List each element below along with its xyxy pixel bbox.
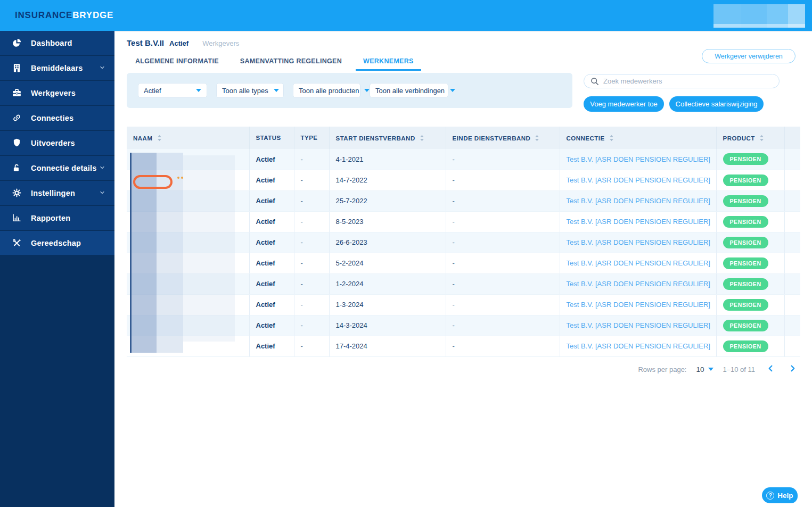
- logo-text-secondary: BRYDGE: [72, 10, 113, 21]
- connection-link[interactable]: Test B.V. [ASR DOEN PENSIOEN REGULIER]: [567, 259, 710, 267]
- cell-end-date: -: [446, 211, 560, 232]
- sidebar-item-instellingen[interactable]: Instellingen: [0, 181, 114, 205]
- cell-connection: Test B.V. [ASR DOEN PENSIOEN REGULIER]: [560, 336, 716, 356]
- sidebar-item-bemiddelaars[interactable]: Bemiddelaars: [0, 56, 114, 80]
- chevron-down-icon: [99, 189, 105, 197]
- tab-werknemers[interactable]: WERKNEMERS: [356, 56, 421, 71]
- column-header-product[interactable]: PRODUCT: [716, 127, 784, 149]
- add-employee-button[interactable]: Voeg medewerker toe: [584, 96, 664, 112]
- connection-link[interactable]: Test B.V. [ASR DOEN PENSIOEN REGULIER]: [567, 342, 710, 350]
- connection-link[interactable]: Test B.V. [ASR DOEN PENSIOEN REGULIER]: [567, 155, 710, 163]
- sidebar-item-label: Uitvoerders: [31, 139, 75, 147]
- cell-product: PENSIOEN: [716, 170, 784, 190]
- cell-end-date: -: [446, 190, 560, 211]
- tab-algemene-informatie[interactable]: ALGEMENE INFORMATIE: [128, 56, 226, 71]
- table-row[interactable]: Actief-8-5-2023-Test B.V. [ASR DOEN PENS…: [127, 211, 800, 232]
- topbar: INSURANCEBRYDGE: [0, 0, 812, 31]
- column-header-connectie[interactable]: CONNECTIE: [560, 127, 716, 149]
- sidebar-item-connecties[interactable]: Connecties: [0, 106, 114, 130]
- sidebar-item-connectie-details[interactable]: Connectie details: [0, 156, 114, 180]
- help-button[interactable]: ? Help: [762, 487, 798, 503]
- table-row[interactable]: Actief-4-1-2021-Test B.V. [ASR DOEN PENS…: [127, 149, 800, 170]
- connection-link[interactable]: Test B.V. [ASR DOEN PENSIOEN REGULIER]: [567, 197, 710, 205]
- cell-extra: [784, 190, 800, 211]
- table-row[interactable]: Actief-5-2-2024-Test B.V. [ASR DOEN PENS…: [127, 253, 800, 273]
- gear-icon: [11, 188, 22, 198]
- page-title: Test B.V.II: [127, 38, 164, 47]
- product-badge: PENSIOEN: [723, 257, 768, 269]
- status-badge: Actief: [169, 39, 188, 47]
- cell-name: [127, 253, 249, 273]
- tab-samenvatting-regelingen[interactable]: SAMENVATTING REGELINGEN: [233, 56, 349, 71]
- filter-types-dropdown[interactable]: Toon alle types: [216, 83, 284, 98]
- table-row[interactable]: Actief-25-7-2022-Test B.V. [ASR DOEN PEN…: [127, 190, 800, 211]
- sidebar-item-rapporten[interactable]: Rapporten: [0, 206, 114, 230]
- sidebar-item-gereedschap[interactable]: Gereedschap: [0, 231, 114, 255]
- table-row[interactable]: Actief-26-6-2023-Test B.V. [ASR DOEN PEN…: [127, 232, 800, 253]
- cell-name: [127, 273, 249, 294]
- connection-link[interactable]: Test B.V. [ASR DOEN PENSIOEN REGULIER]: [567, 218, 710, 226]
- cell-start-date: 25-7-2022: [329, 190, 446, 211]
- cell-start-date: 1-3-2024: [329, 294, 446, 315]
- connection-link[interactable]: Test B.V. [ASR DOEN PENSIOEN REGULIER]: [567, 176, 710, 184]
- column-header-label: CONNECTIE: [567, 135, 605, 142]
- cell-end-date: -: [446, 232, 560, 253]
- next-page-button[interactable]: [786, 363, 799, 375]
- cell-status: Actief: [249, 149, 294, 170]
- rows-per-page-select[interactable]: 10: [696, 365, 713, 373]
- connection-link[interactable]: Test B.V. [ASR DOEN PENSIOEN REGULIER]: [567, 280, 710, 288]
- cell-extra: [784, 294, 800, 315]
- cell-type: -: [294, 315, 329, 336]
- bar-chart-icon: [11, 213, 22, 223]
- cell-end-date: -: [446, 253, 560, 273]
- connection-link[interactable]: Test B.V. [ASR DOEN PENSIOEN REGULIER]: [567, 238, 710, 246]
- cell-type: -: [294, 253, 329, 273]
- sidebar-item-label: Connecties: [31, 114, 73, 122]
- cell-product: PENSIOEN: [716, 211, 784, 232]
- product-badge: PENSIOEN: [723, 320, 768, 331]
- search-icon: [590, 77, 599, 86]
- search-input[interactable]: [603, 77, 774, 85]
- sidebar-item-label: Rapporten: [31, 214, 70, 222]
- cell-connection: Test B.V. [ASR DOEN PENSIOEN REGULIER]: [560, 232, 716, 253]
- rows-per-page-value: 10: [696, 365, 704, 373]
- table-row[interactable]: Actief-17-4-2024-Test B.V. [ASR DOEN PEN…: [127, 336, 800, 356]
- breadcrumb[interactable]: Werkgevers: [202, 39, 239, 47]
- table-row[interactable]: Actief-14-3-2024-Test B.V. [ASR DOEN PEN…: [127, 315, 800, 336]
- cell-start-date: 8-5-2023: [329, 211, 446, 232]
- column-header-extra: [784, 127, 800, 149]
- chevron-left-icon: [767, 364, 775, 372]
- filter-status-dropdown[interactable]: Actief: [138, 83, 207, 98]
- column-header-label: PRODUCT: [723, 135, 755, 142]
- table-row[interactable]: Actief-1-3-2024-Test B.V. [ASR DOEN PENS…: [127, 294, 800, 315]
- product-badge: PENSIOEN: [723, 237, 768, 248]
- table-row[interactable]: Actief-14-7-2022-Test B.V. [ASR DOEN PEN…: [127, 170, 800, 190]
- sidebar-item-werkgevers[interactable]: Werkgevers: [0, 81, 114, 105]
- filter-connections-dropdown[interactable]: Toon alle verbindingen: [370, 83, 448, 98]
- table-row[interactable]: Actief-1-2-2024-Test B.V. [ASR DOEN PENS…: [127, 273, 800, 294]
- logo-text-primary: INSURANCE: [15, 10, 72, 21]
- cell-end-date: -: [446, 294, 560, 315]
- chevron-down-icon: [708, 368, 713, 371]
- cell-product: PENSIOEN: [716, 190, 784, 211]
- previous-page-button[interactable]: [765, 363, 777, 375]
- cell-extra: [784, 273, 800, 294]
- collective-salary-button[interactable]: Collectieve salariswijziging: [669, 96, 764, 112]
- filter-products-dropdown[interactable]: Toon alle producten: [293, 83, 360, 98]
- sidebar-item-uitvoerders[interactable]: Uitvoerders: [0, 131, 114, 155]
- cell-type: -: [294, 294, 329, 315]
- sidebar-item-label: Instellingen: [31, 189, 75, 197]
- cell-type: -: [294, 170, 329, 190]
- column-header-start-dienstverband[interactable]: START DIENSTVERBAND: [329, 127, 446, 149]
- product-badge: PENSIOEN: [723, 278, 768, 290]
- column-header-einde-dienstverband[interactable]: EINDE DIENSTVERBAND: [446, 127, 560, 149]
- sidebar-item-dashboard[interactable]: Dashboard: [0, 31, 114, 55]
- connection-link[interactable]: Test B.V. [ASR DOEN PENSIOEN REGULIER]: [567, 321, 710, 329]
- cell-start-date: 1-2-2024: [329, 273, 446, 294]
- cell-extra: [784, 232, 800, 253]
- connection-link[interactable]: Test B.V. [ASR DOEN PENSIOEN REGULIER]: [567, 301, 710, 309]
- cell-name: [127, 232, 249, 253]
- delete-employer-button[interactable]: Werkgever verwijderen: [702, 49, 795, 63]
- column-header-naam[interactable]: NAAM: [127, 127, 249, 149]
- lock-open-icon: [11, 163, 22, 173]
